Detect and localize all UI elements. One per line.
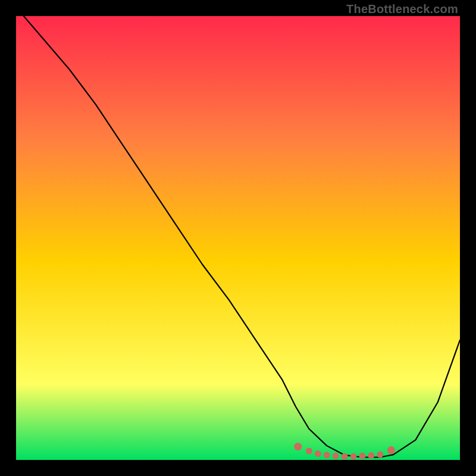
marker-dot	[306, 448, 312, 455]
marker-dot	[342, 453, 348, 460]
bottleneck-curve	[16, 16, 460, 458]
watermark-text: TheBottleneck.com	[346, 2, 458, 16]
marker-dot	[350, 453, 356, 460]
marker-dot	[368, 452, 374, 459]
marker-dot	[315, 450, 321, 457]
marker-dot	[324, 452, 330, 458]
optimal-zone-markers	[294, 443, 395, 459]
marker-dot	[377, 452, 383, 458]
chart-container: { "watermark": "TheBottleneck.com", "cha…	[0, 0, 476, 476]
plot-area	[16, 16, 460, 460]
marker-dot	[387, 446, 395, 454]
marker-dot	[294, 443, 302, 450]
chart-svg	[16, 16, 460, 460]
marker-dot	[333, 453, 339, 459]
marker-dot	[359, 453, 365, 459]
